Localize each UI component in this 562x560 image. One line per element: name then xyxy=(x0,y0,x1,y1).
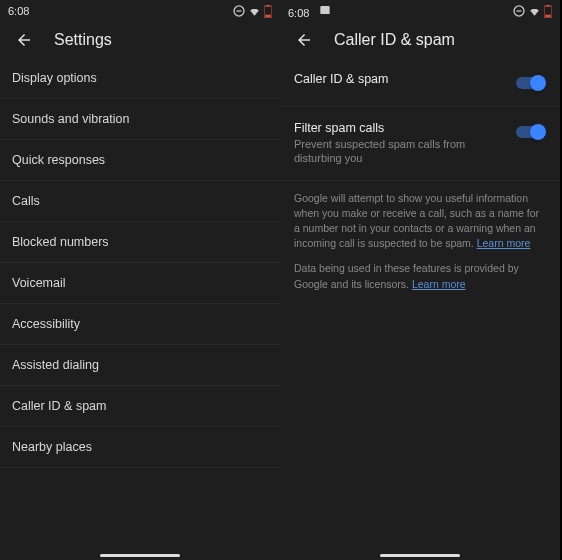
setting-subtitle: Prevent suspected spam calls from distur… xyxy=(294,137,504,166)
home-indicator[interactable] xyxy=(100,554,180,557)
info-block: Google will attempt to show you useful i… xyxy=(280,181,560,312)
list-item-caller-id-spam[interactable]: Caller ID & spam xyxy=(0,386,280,427)
list-item-calls[interactable]: Calls xyxy=(0,181,280,222)
setting-caller-id-spam[interactable]: Caller ID & spam xyxy=(280,58,560,107)
status-icons xyxy=(233,5,272,18)
list-item-quick-responses[interactable]: Quick responses xyxy=(0,140,280,181)
caller-id-screen: 6:08 Caller ID & spam Caller ID & spam F… xyxy=(280,0,560,560)
list-item-assisted-dialing[interactable]: Assisted dialing xyxy=(0,345,280,386)
arrow-back-icon xyxy=(15,31,33,49)
status-bar: 6:08 xyxy=(0,0,280,22)
app-bar: Caller ID & spam xyxy=(280,22,560,58)
list-item-label: Nearby places xyxy=(12,440,92,454)
info-paragraph: Data being used in these features is pro… xyxy=(294,261,546,291)
list-item-label: Calls xyxy=(12,194,40,208)
setting-title: Caller ID & spam xyxy=(294,72,504,86)
battery-icon xyxy=(544,5,552,18)
list-item-label: Quick responses xyxy=(12,153,105,167)
wifi-icon xyxy=(528,5,541,18)
status-time-row: 6:08 xyxy=(288,3,332,19)
home-indicator[interactable] xyxy=(380,554,460,557)
back-button[interactable] xyxy=(14,30,34,50)
status-bar: 6:08 xyxy=(280,0,560,22)
settings-list: Display options Sounds and vibration Qui… xyxy=(0,58,280,560)
page-title: Caller ID & spam xyxy=(334,31,455,49)
settings-screen: 6:08 Settings Display options Sounds and… xyxy=(0,0,280,560)
status-icons xyxy=(513,5,552,18)
toggle-thumb xyxy=(530,124,546,140)
do-not-disturb-icon xyxy=(233,5,245,17)
list-item-label: Assisted dialing xyxy=(12,358,99,372)
list-item-sounds-vibration[interactable]: Sounds and vibration xyxy=(0,99,280,140)
svg-rect-5 xyxy=(321,6,330,14)
back-button[interactable] xyxy=(294,30,314,50)
list-item-accessibility[interactable]: Accessibility xyxy=(0,304,280,345)
list-item-display-options[interactable]: Display options xyxy=(0,58,280,99)
list-item-label: Caller ID & spam xyxy=(12,399,106,413)
list-item-label: Blocked numbers xyxy=(12,235,109,249)
status-time: 6:08 xyxy=(288,7,309,19)
learn-more-link[interactable]: Learn more xyxy=(412,278,466,290)
setting-text: Filter spam calls Prevent suspected spam… xyxy=(294,121,504,166)
svg-rect-3 xyxy=(266,5,269,7)
battery-icon xyxy=(264,5,272,18)
toggle-filter-spam-calls[interactable] xyxy=(514,123,546,141)
app-bar: Settings xyxy=(0,22,280,58)
setting-text: Caller ID & spam xyxy=(294,72,504,88)
list-item-label: Display options xyxy=(12,71,97,85)
arrow-back-icon xyxy=(295,31,313,49)
wifi-icon xyxy=(248,5,261,18)
info-paragraph: Google will attempt to show you useful i… xyxy=(294,191,546,252)
list-item-blocked-numbers[interactable]: Blocked numbers xyxy=(0,222,280,263)
list-item-label: Sounds and vibration xyxy=(12,112,129,126)
toggle-thumb xyxy=(530,75,546,91)
status-time: 6:08 xyxy=(8,5,29,17)
toggle-caller-id-spam[interactable] xyxy=(514,74,546,92)
list-item-label: Accessibility xyxy=(12,317,80,331)
list-item-label: Voicemail xyxy=(12,276,66,290)
notification-icon xyxy=(318,3,332,17)
svg-rect-9 xyxy=(546,5,549,7)
setting-title: Filter spam calls xyxy=(294,121,504,135)
page-title: Settings xyxy=(54,31,112,49)
setting-filter-spam-calls[interactable]: Filter spam calls Prevent suspected spam… xyxy=(280,107,560,181)
svg-rect-4 xyxy=(265,14,271,16)
learn-more-link[interactable]: Learn more xyxy=(477,237,531,249)
list-item-voicemail[interactable]: Voicemail xyxy=(0,263,280,304)
svg-rect-10 xyxy=(545,14,551,16)
list-item-nearby-places[interactable]: Nearby places xyxy=(0,427,280,468)
do-not-disturb-icon xyxy=(513,5,525,17)
